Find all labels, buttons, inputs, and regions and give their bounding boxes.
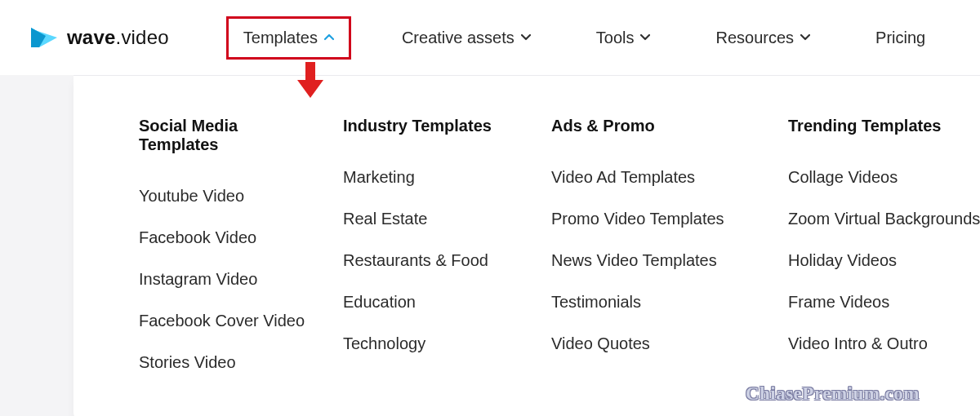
- dropdown-link-marketing[interactable]: Marketing: [343, 168, 519, 187]
- nav-label: Creative assets: [402, 29, 514, 47]
- dropdown-link-video-quotes[interactable]: Video Quotes: [551, 334, 755, 353]
- nav-item-creative-assets[interactable]: Creative assets: [387, 19, 546, 57]
- dropdown-link-technology[interactable]: Technology: [343, 334, 519, 353]
- nav-item-pricing[interactable]: Pricing: [861, 19, 940, 57]
- dropdown-link-instagram-video[interactable]: Instagram Video: [139, 270, 310, 289]
- dropdown-link-facebook-video[interactable]: Facebook Video: [139, 228, 310, 247]
- dropdown-link-restaurants-food[interactable]: Restaurants & Food: [343, 251, 519, 270]
- dropdown-column-trending: Trending Templates Collage Videos Zoom V…: [788, 117, 980, 372]
- wave-logo-icon: [29, 23, 59, 52]
- dropdown-link-testimonials[interactable]: Testimonials: [551, 293, 755, 312]
- dropdown-link-frame-videos[interactable]: Frame Videos: [788, 293, 980, 312]
- dropdown-column-ads-promo: Ads & Promo Video Ad Templates Promo Vid…: [551, 117, 755, 372]
- dropdown-link-video-ad-templates[interactable]: Video Ad Templates: [551, 168, 755, 187]
- chevron-up-icon: [324, 34, 334, 41]
- dropdown-heading: Trending Templates: [788, 117, 980, 135]
- dropdown-link-education[interactable]: Education: [343, 293, 519, 312]
- nav-item-resources[interactable]: Resources: [701, 19, 825, 57]
- dropdown-link-zoom-virtual-backgrounds[interactable]: Zoom Virtual Backgrounds: [788, 210, 980, 228]
- chevron-down-icon: [800, 34, 810, 41]
- nav-label: Tools: [596, 29, 635, 47]
- brand[interactable]: wave.video: [29, 23, 169, 52]
- svg-rect-0: [305, 62, 315, 82]
- chevron-down-icon: [640, 34, 650, 41]
- dropdown-link-promo-video-templates[interactable]: Promo Video Templates: [551, 210, 755, 228]
- dropdown-link-video-intro-outro[interactable]: Video Intro & Outro: [788, 334, 980, 353]
- background-strip: [0, 75, 74, 416]
- annotation-arrow-icon: [296, 62, 325, 100]
- brand-text: wave.video: [67, 26, 169, 49]
- templates-dropdown-panel: Social Media Templates Youtube Video Fac…: [74, 75, 980, 416]
- nav-label: Pricing: [875, 29, 925, 47]
- dropdown-column-social-media: Social Media Templates Youtube Video Fac…: [139, 117, 310, 372]
- chevron-down-icon: [521, 34, 531, 41]
- brand-text-bold: wave: [67, 26, 116, 48]
- dropdown-link-real-estate[interactable]: Real Estate: [343, 210, 519, 228]
- dropdown-link-collage-videos[interactable]: Collage Videos: [788, 168, 980, 187]
- dropdown-link-stories-video[interactable]: Stories Video: [139, 353, 310, 372]
- dropdown-heading: Ads & Promo: [551, 117, 755, 135]
- dropdown-column-industry: Industry Templates Marketing Real Estate…: [343, 117, 519, 372]
- dropdown-heading: Industry Templates: [343, 117, 519, 135]
- dropdown-link-news-video-templates[interactable]: News Video Templates: [551, 251, 755, 270]
- nav-item-tools[interactable]: Tools: [581, 19, 666, 57]
- dropdown-heading: Social Media Templates: [139, 117, 310, 154]
- dropdown-link-holiday-videos[interactable]: Holiday Videos: [788, 251, 980, 270]
- brand-text-light: .video: [116, 26, 169, 48]
- nav-label: Templates: [243, 29, 318, 47]
- nav-item-templates[interactable]: Templates: [226, 16, 351, 60]
- dropdown-link-youtube-video[interactable]: Youtube Video: [139, 187, 310, 206]
- watermark-text: ChiasePremium.com: [746, 383, 920, 405]
- nav-label: Resources: [715, 29, 794, 47]
- top-navigation-bar: wave.video Templates Creative assets Too…: [0, 0, 980, 75]
- primary-nav: Templates Creative assets Tools Resource…: [226, 16, 940, 60]
- dropdown-link-facebook-cover-video[interactable]: Facebook Cover Video: [139, 312, 310, 330]
